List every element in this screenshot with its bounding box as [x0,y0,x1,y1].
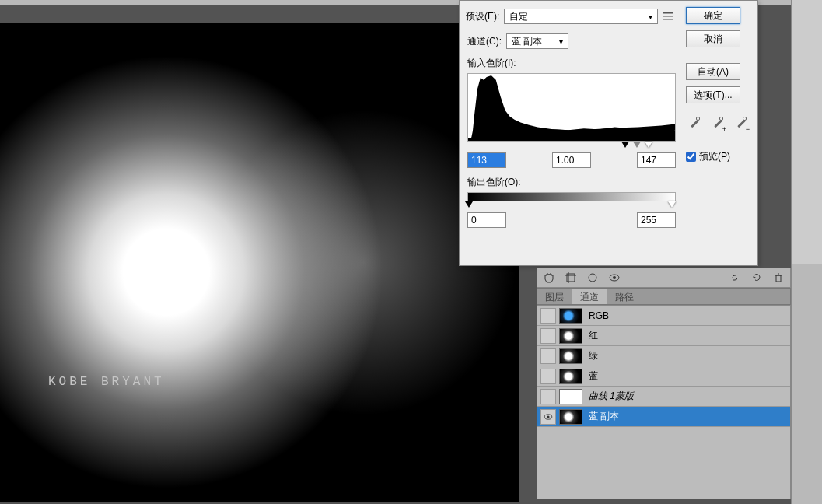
channel-name: 绿 [589,349,598,362]
input-slider-track[interactable] [467,142,676,151]
visibility-toggle[interactable] [540,328,556,344]
cancel-button[interactable]: 取消 [686,30,740,47]
options-button[interactable]: 选项(T)... [686,86,740,103]
levels-dialog: 预设(E): 自定 确定 取消 自动(A) 选项(T)... 预览(P) [459,0,758,266]
visibility-toggle[interactable] [540,409,556,425]
svg-rect-1 [663,16,673,17]
svg-point-10 [613,276,616,279]
output-black-slider[interactable] [465,201,473,208]
channel-thumbnail [559,328,582,344]
channel-row[interactable]: 红 [537,326,790,346]
ok-button[interactable]: 确定 [686,7,740,24]
output-black-input[interactable]: 0 [467,212,506,228]
eyedropper-white-icon[interactable] [736,117,748,130]
svg-rect-0 [663,12,673,14]
output-white-input[interactable]: 255 [637,212,676,228]
svg-point-16 [547,415,549,418]
gamma-input[interactable]: 1.00 [552,152,591,168]
preset-value: 自定 [509,10,528,23]
channel-row[interactable]: 蓝 [537,366,790,387]
circle-icon[interactable] [587,272,598,283]
channel-select[interactable]: 蓝 副本 [506,33,568,49]
eye-tool-icon[interactable] [609,272,620,283]
panel-tool-strip [537,268,791,288]
preset-menu-icon[interactable] [663,11,673,22]
output-white-slider[interactable] [668,201,676,208]
canvas-overlay-text: KOBE BRYANT [48,375,165,389]
preview-checkbox-input[interactable] [686,152,696,162]
output-levels-label: 输出色阶(O): [467,176,676,189]
document-canvas[interactable]: KOBE BRYANT [0,23,519,502]
visibility-toggle[interactable] [540,389,556,404]
channel-thumbnail [559,389,582,404]
channel-thumbnail [559,348,582,364]
channel-name: 红 [589,329,598,342]
refresh-icon[interactable] [751,272,762,283]
svg-marker-11 [754,276,756,279]
channel-row[interactable]: 绿 [537,346,790,366]
histogram [467,73,676,142]
preview-checkbox[interactable]: 预览(P) [686,150,748,163]
channel-name: 曲线 1蒙版 [589,390,634,403]
input-levels-label: 输入色阶(I): [467,57,676,70]
white-point-input[interactable]: 147 [637,152,676,168]
eyedropper-gray-icon[interactable] [712,117,725,130]
channel-thumbnail [559,409,582,425]
black-point-input[interactable]: 113 [467,152,506,168]
canvas-image [0,23,519,502]
crop-icon[interactable] [565,272,576,283]
tab-paths[interactable]: 路径 [607,289,642,304]
visibility-toggle[interactable] [540,308,556,324]
svg-rect-2 [663,19,673,20]
dialog-side-buttons: 确定 取消 自动(A) 选项(T)... 预览(P) [686,7,748,163]
hand-icon[interactable] [544,272,554,283]
channel-thumbnail [559,369,582,384]
preview-label: 预览(P) [699,150,730,163]
channel-name: 蓝 副本 [589,410,619,423]
black-point-slider[interactable] [621,142,629,148]
channel-name: 蓝 [589,369,598,383]
preset-label: 预设(E): [466,10,499,23]
trash-icon[interactable] [773,272,784,283]
white-point-slider[interactable] [645,142,652,148]
tab-channels[interactable]: 通道 [572,289,607,304]
panel-tabs: 图层 通道 路径 [537,288,791,305]
svg-point-8 [589,274,596,282]
visibility-toggle[interactable] [540,369,556,384]
gamma-slider[interactable] [633,142,641,148]
channel-thumbnail [559,308,582,324]
preset-select[interactable]: 自定 [504,9,658,24]
svg-rect-12 [776,275,781,282]
channel-name: RGB [589,310,609,321]
tab-layers[interactable]: 图层 [537,289,572,304]
auto-button[interactable]: 自动(A) [686,63,740,80]
output-slider-track[interactable] [467,201,676,211]
channel-row[interactable]: 曲线 1蒙版 [537,387,790,407]
channel-value: 蓝 副本 [512,35,542,48]
visibility-toggle[interactable] [540,348,556,364]
channel-row[interactable]: 蓝 副本 [537,407,790,427]
link-icon[interactable] [729,272,740,283]
eyedropper-black-icon[interactable] [689,117,701,130]
channels-panel: RGB 红 绿 蓝 曲线 1蒙版 [537,305,791,499]
output-gradient [467,192,676,201]
channel-label: 通道(C): [467,35,502,48]
channel-row[interactable]: RGB [537,306,790,326]
